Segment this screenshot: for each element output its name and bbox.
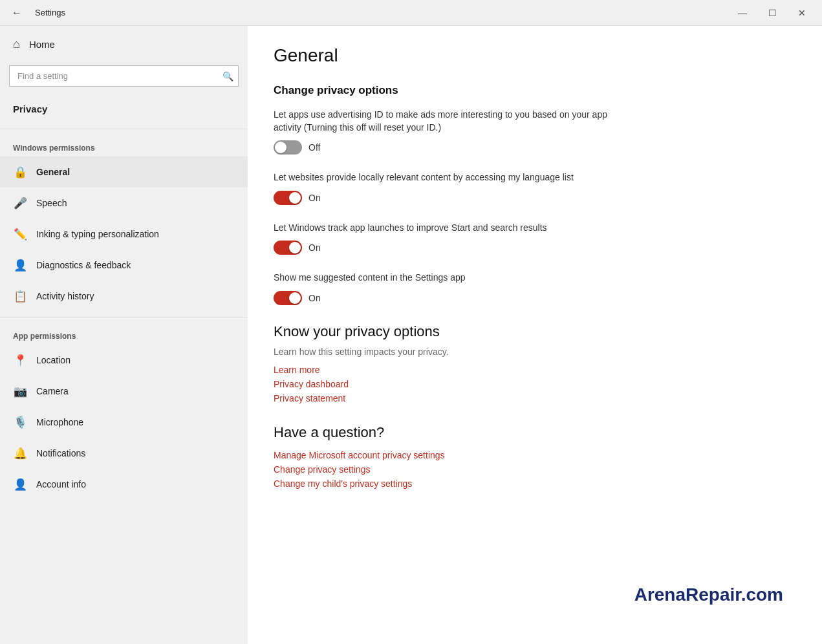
location-label: Location — [36, 355, 70, 365]
learn-more-link[interactable]: Learn more — [274, 365, 783, 375]
sidebar-divider-1 — [0, 129, 248, 129]
sidebar-item-diagnostics[interactable]: 👤 Diagnostics & feedback — [0, 250, 248, 281]
sidebar-item-notifications[interactable]: 🔔 Notifications — [0, 438, 248, 469]
question-section: Have a question? Manage Microsoft accoun… — [274, 424, 783, 489]
suggested-content-toggle[interactable] — [274, 291, 302, 305]
minimize-button[interactable]: — — [728, 0, 757, 26]
language-list-toggle[interactable] — [274, 191, 302, 205]
titlebar: ← Settings — ☐ ✕ — [0, 0, 822, 26]
setting-language-list: Let websites provide locally relevant co… — [274, 171, 783, 205]
change-privacy-link[interactable]: Change privacy settings — [274, 464, 783, 475]
sidebar-item-camera[interactable]: 📷 Camera — [0, 376, 248, 407]
app-launches-toggle[interactable] — [274, 241, 302, 255]
search-box: 🔍 — [9, 65, 239, 87]
window-controls: — ☐ ✕ — [728, 0, 817, 26]
sidebar-item-home[interactable]: ⌂ Home — [0, 26, 248, 63]
language-list-knob — [289, 192, 301, 204]
search-input[interactable] — [9, 65, 239, 87]
language-list-state: On — [308, 193, 321, 203]
activity-icon: 📋 — [13, 290, 27, 303]
windows-permissions-label: Windows permissions — [0, 134, 248, 156]
activity-label: Activity history — [36, 291, 94, 301]
general-icon: 🔒 — [13, 166, 27, 179]
page-title: General — [274, 45, 783, 66]
sidebar-item-general[interactable]: 🔒 General — [0, 156, 248, 188]
back-button[interactable]: ← — [5, 1, 28, 25]
inking-label: Inking & typing personalization — [36, 229, 159, 239]
privacy-label: Privacy — [0, 97, 248, 123]
advertising-id-toggle-row: Off — [274, 140, 783, 155]
app-title: Settings — [35, 8, 65, 17]
home-icon: ⌂ — [13, 38, 20, 51]
sidebar-item-speech[interactable]: 🎤 Speech — [0, 188, 248, 219]
close-button[interactable]: ✕ — [787, 0, 817, 26]
speech-icon: 🎤 — [13, 197, 27, 210]
sidebar: ⌂ Home 🔍 Privacy Windows permissions 🔒 G… — [0, 26, 248, 644]
sidebar-item-inking[interactable]: ✏️ Inking & typing personalization — [0, 219, 248, 250]
suggested-content-state: On — [308, 293, 321, 303]
manage-account-link[interactable]: Manage Microsoft account privacy setting… — [274, 450, 783, 460]
setting-app-launches: Let Windows track app launches to improv… — [274, 222, 783, 255]
privacy-statement-link[interactable]: Privacy statement — [274, 393, 783, 403]
setting-suggested-content: Show me suggested content in the Setting… — [274, 272, 783, 305]
suggested-content-desc: Show me suggested content in the Setting… — [274, 272, 623, 284]
home-label: Home — [29, 39, 55, 50]
app-permissions-label: App permissions — [0, 323, 248, 345]
change-privacy-title: Change privacy options — [274, 84, 783, 97]
suggested-content-toggle-row: On — [274, 291, 783, 305]
app-launches-state: On — [308, 242, 321, 253]
suggested-content-knob — [289, 292, 301, 304]
account-info-label: Account info — [36, 479, 86, 489]
app-body: ⌂ Home 🔍 Privacy Windows permissions 🔒 G… — [0, 26, 822, 644]
advertising-id-knob — [275, 142, 287, 153]
general-label: General — [36, 167, 70, 177]
privacy-dashboard-link[interactable]: Privacy dashboard — [274, 379, 783, 389]
location-icon: 📍 — [13, 354, 27, 367]
account-info-icon: 👤 — [13, 478, 27, 491]
advertising-id-state: Off — [308, 142, 320, 153]
know-privacy-title: Know your privacy options — [274, 323, 783, 340]
microphone-icon: 🎙️ — [13, 416, 27, 429]
app-launches-knob — [289, 242, 301, 253]
camera-label: Camera — [36, 386, 69, 396]
setting-advertising-id: Let apps use advertising ID to make ads … — [274, 109, 783, 155]
diagnostics-label: Diagnostics & feedback — [36, 260, 131, 270]
app-launches-desc: Let Windows track app launches to improv… — [274, 222, 623, 235]
sidebar-item-microphone[interactable]: 🎙️ Microphone — [0, 407, 248, 438]
branding-text: ArenaRepair.com — [634, 585, 783, 605]
know-privacy-desc: Learn how this setting impacts your priv… — [274, 347, 783, 357]
titlebar-left: ← Settings — [5, 1, 65, 25]
sidebar-item-activity[interactable]: 📋 Activity history — [0, 281, 248, 312]
content-pane: General Change privacy options Let apps … — [248, 26, 822, 644]
search-icon[interactable]: 🔍 — [222, 71, 233, 81]
sidebar-item-location[interactable]: 📍 Location — [0, 345, 248, 376]
diagnostics-icon: 👤 — [13, 259, 27, 272]
speech-label: Speech — [36, 198, 67, 208]
notifications-icon: 🔔 — [13, 447, 27, 460]
sidebar-item-account-info[interactable]: 👤 Account info — [0, 469, 248, 500]
app-launches-toggle-row: On — [274, 241, 783, 255]
restore-button[interactable]: ☐ — [757, 0, 787, 26]
advertising-id-desc: Let apps use advertising ID to make ads … — [274, 109, 623, 134]
camera-icon: 📷 — [13, 385, 27, 398]
change-child-link[interactable]: Change my child's privacy settings — [274, 478, 783, 489]
language-list-desc: Let websites provide locally relevant co… — [274, 171, 623, 184]
sidebar-divider-2 — [0, 317, 248, 317]
question-title: Have a question? — [274, 424, 783, 441]
inking-icon: ✏️ — [13, 228, 27, 241]
microphone-label: Microphone — [36, 417, 83, 427]
advertising-id-toggle[interactable] — [274, 140, 302, 155]
notifications-label: Notifications — [36, 448, 85, 458]
language-list-toggle-row: On — [274, 191, 783, 205]
